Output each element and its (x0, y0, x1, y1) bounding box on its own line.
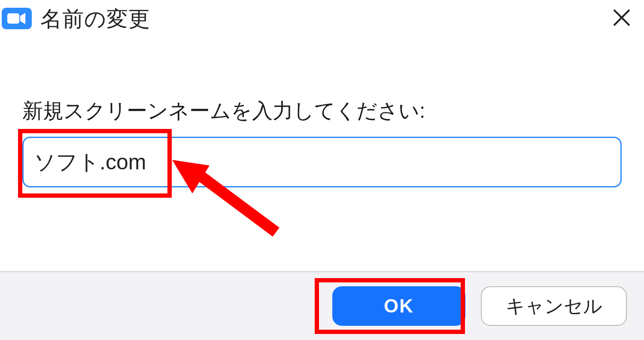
cancel-button[interactable]: キャンセル (481, 286, 627, 326)
svg-rect-0 (7, 13, 19, 24)
dialog-footer: OK キャンセル (0, 271, 644, 340)
input-wrapper (22, 137, 622, 187)
prompt-label: 新規スクリーンネームを入力してください: (22, 97, 622, 125)
close-button[interactable] (610, 6, 638, 30)
dialog-titlebar: 名前の変更 (0, 0, 644, 33)
ok-button[interactable]: OK (332, 286, 465, 326)
dialog-title: 名前の変更 (40, 6, 150, 30)
dialog-body: 新規スクリーンネームを入力してください: (0, 33, 644, 187)
close-icon (612, 8, 631, 27)
screen-name-input[interactable] (22, 137, 622, 187)
zoom-camera-icon (2, 8, 32, 29)
